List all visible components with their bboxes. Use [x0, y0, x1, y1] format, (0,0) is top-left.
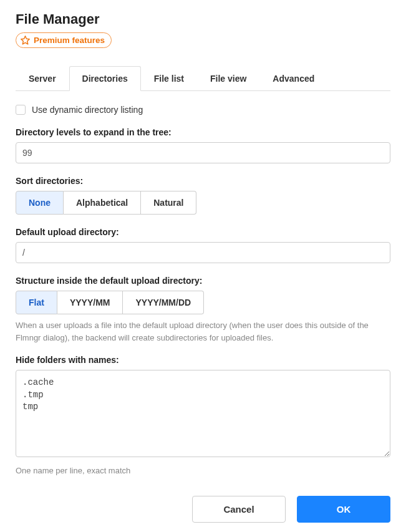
structure-yyyymmdd-button[interactable]: YYYY/MM/DD	[123, 291, 204, 314]
default-upload-label: Default upload directory:	[16, 227, 390, 237]
premium-features-label: Premium features	[34, 36, 105, 45]
star-icon	[20, 35, 31, 46]
structure-flat-button[interactable]: Flat	[16, 291, 57, 314]
structure-label: Structure inside the default upload dire…	[16, 276, 390, 286]
premium-features-badge[interactable]: Premium features	[16, 32, 112, 48]
tab-file-view[interactable]: File view	[197, 66, 259, 91]
default-upload-input[interactable]	[16, 242, 390, 263]
ok-button[interactable]: OK	[297, 496, 390, 523]
dynamic-listing-label: Use dynamic directory listing	[32, 105, 143, 115]
tab-server[interactable]: Server	[16, 66, 69, 91]
sort-directories-label: Sort directories:	[16, 176, 390, 186]
sort-natural-button[interactable]: Natural	[141, 191, 196, 215]
sort-none-button[interactable]: None	[16, 191, 64, 215]
hide-folders-help-text: One name per line, exact match	[16, 465, 390, 477]
tabs: Server Directories File list File view A…	[16, 65, 390, 91]
tab-directories[interactable]: Directories	[69, 66, 141, 91]
hide-folders-textarea[interactable]: .cache .tmp tmp	[16, 370, 390, 457]
expand-levels-input[interactable]	[16, 142, 390, 163]
tab-file-list[interactable]: File list	[141, 66, 197, 91]
hide-folders-label: Hide folders with names:	[16, 355, 390, 365]
structure-group: Flat YYYY/MM YYYY/MM/DD	[16, 291, 204, 314]
sort-alpha-button[interactable]: Alphabetical	[64, 191, 141, 215]
sort-directories-group: None Alphabetical Natural	[16, 191, 196, 215]
structure-help-text: When a user uploads a file into the defa…	[16, 319, 390, 344]
page-title: File Manager	[16, 11, 390, 27]
svg-marker-0	[21, 36, 29, 44]
expand-levels-label: Directory levels to expand in the tree:	[16, 127, 390, 137]
tab-advanced[interactable]: Advanced	[259, 66, 327, 91]
cancel-button[interactable]: Cancel	[192, 496, 286, 523]
structure-yyyymm-button[interactable]: YYYY/MM	[57, 291, 123, 314]
dynamic-listing-checkbox[interactable]	[16, 105, 26, 115]
